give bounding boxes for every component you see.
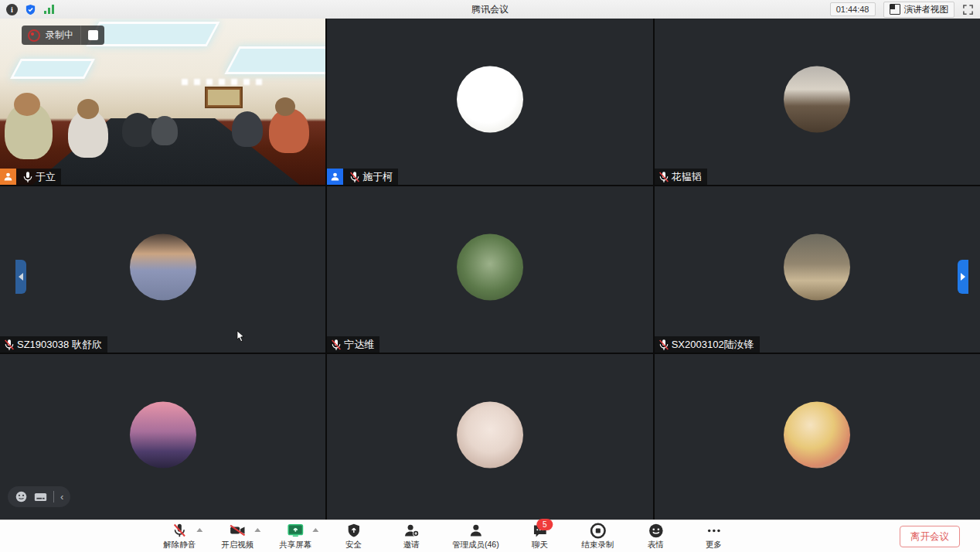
participant-name: 于立 xyxy=(36,170,56,184)
stop-recording-label: 结束录制 xyxy=(581,540,614,550)
previous-page-arrow[interactable] xyxy=(15,260,26,294)
more-dots-icon xyxy=(706,523,722,539)
record-dot-icon xyxy=(28,29,40,42)
member-badge-icon xyxy=(327,169,343,185)
chat-unread-badge: 5 xyxy=(536,519,553,530)
avatar xyxy=(784,401,850,468)
unmute-label: 解除静音 xyxy=(163,540,196,550)
chevron-right-icon xyxy=(961,273,965,281)
video-tile-4[interactable]: SZ1903038 耿舒欣 xyxy=(0,186,325,353)
avatar xyxy=(784,66,850,132)
wall-picture xyxy=(205,87,243,108)
share-screen-label: 共享屏幕 xyxy=(279,540,311,550)
video-tile-5[interactable]: 宁达维 xyxy=(327,186,652,353)
more-label: 更多 xyxy=(706,540,722,550)
mic-muted-icon xyxy=(172,523,187,539)
avatar xyxy=(130,401,196,468)
next-page-arrow[interactable] xyxy=(958,260,968,294)
mic-muted-icon xyxy=(3,339,15,351)
recording-badge[interactable]: 录制中 xyxy=(22,26,104,45)
mic-muted-icon xyxy=(330,339,342,351)
stop-record-icon xyxy=(590,523,606,539)
start-video-button[interactable]: 开启视频 xyxy=(215,523,260,550)
participant-name: 花韫韬 xyxy=(672,170,702,184)
mouse-cursor xyxy=(236,330,246,343)
video-tile-3[interactable]: 花韫韬 xyxy=(655,19,980,185)
chevron-left-icon xyxy=(19,273,23,281)
invite-button[interactable]: 邀请 xyxy=(389,523,434,550)
avatar xyxy=(457,66,523,132)
participant-name: 施于柯 xyxy=(362,170,393,184)
mic-on-icon xyxy=(22,171,34,183)
reactions-button[interactable]: 表情 xyxy=(633,523,678,550)
fullscreen-icon[interactable] xyxy=(962,4,974,15)
host-badge-icon xyxy=(0,169,16,185)
security-button[interactable]: 安全 xyxy=(331,523,376,550)
security-shield-icon xyxy=(346,523,361,539)
manage-members-button[interactable]: 管理成员(46) xyxy=(447,523,504,550)
stop-recording-icon[interactable] xyxy=(88,30,98,40)
recording-label: 录制中 xyxy=(46,29,73,42)
avatar xyxy=(457,233,523,300)
stop-recording-button[interactable]: 结束录制 xyxy=(575,523,620,550)
invite-label: 邀请 xyxy=(403,540,420,550)
mic-muted-icon xyxy=(658,339,670,351)
chat-button[interactable]: 聊天 5 xyxy=(517,523,562,550)
invite-person-icon xyxy=(403,523,420,539)
reactions-label: 表情 xyxy=(648,540,664,550)
avatar xyxy=(784,233,850,300)
quick-actions-pill[interactable]: ‹ xyxy=(8,486,70,507)
video-tile-6[interactable]: SX2003102陆汝锋 xyxy=(655,186,980,353)
collapse-chevron-icon[interactable]: ‹ xyxy=(60,492,63,502)
nameplate: SX2003102陆汝锋 xyxy=(655,336,760,353)
video-grid: 录制中 于立 xyxy=(0,19,980,520)
bottom-toolbar: 解除静音 开启视频 共享屏幕 安全 xyxy=(0,520,980,552)
video-tile-8[interactable] xyxy=(327,354,652,520)
start-video-label: 开启视频 xyxy=(221,540,254,550)
avatar xyxy=(130,233,196,300)
unmute-button[interactable]: 解除静音 xyxy=(157,523,202,550)
manage-members-label: 管理成员(46) xyxy=(452,540,499,550)
meeting-timer: 01:44:48 xyxy=(830,2,876,16)
speaker-view-label: 演讲者视图 xyxy=(904,4,949,15)
video-options-caret[interactable] xyxy=(254,528,260,532)
mic-muted-icon xyxy=(349,171,361,183)
participant-name: SX2003102陆汝锋 xyxy=(672,338,754,352)
share-options-caret[interactable] xyxy=(312,528,318,532)
members-icon xyxy=(468,523,484,539)
emoji-icon[interactable] xyxy=(15,490,28,503)
nameplate: 宁达维 xyxy=(327,336,379,353)
divider xyxy=(53,491,54,503)
smiley-icon xyxy=(648,523,664,539)
participant-name: SZ1903038 耿舒欣 xyxy=(17,338,102,352)
more-button[interactable]: 更多 xyxy=(691,523,736,550)
title-bar: i 腾讯会议 01:44:48 演讲者视图 xyxy=(0,0,980,19)
caption-icon[interactable] xyxy=(34,492,47,503)
mic-muted-icon xyxy=(658,171,670,183)
mic-options-caret[interactable] xyxy=(196,528,202,532)
meeting-window: i 腾讯会议 01:44:48 演讲者视图 xyxy=(0,0,980,552)
nameplate: 施于柯 xyxy=(327,169,398,185)
chat-label: 聊天 xyxy=(532,540,548,550)
security-label: 安全 xyxy=(345,540,362,550)
speaker-view-button[interactable]: 演讲者视图 xyxy=(883,2,955,18)
share-screen-button[interactable]: 共享屏幕 xyxy=(273,523,318,550)
video-tile-9[interactable] xyxy=(655,354,980,520)
video-tile-2[interactable]: 施于柯 xyxy=(327,19,652,185)
avatar xyxy=(457,401,523,468)
participant-name: 宁达维 xyxy=(344,338,374,352)
nameplate: 于立 xyxy=(0,169,61,185)
layout-icon xyxy=(890,4,900,15)
video-tile-1[interactable]: 录制中 于立 xyxy=(0,19,325,185)
share-screen-icon xyxy=(287,523,304,539)
leave-meeting-button[interactable]: 离开会议 xyxy=(900,526,960,547)
nameplate: SZ1903038 耿舒欣 xyxy=(0,336,107,353)
nameplate: 花韫韬 xyxy=(655,169,707,185)
camera-off-icon xyxy=(229,523,246,539)
